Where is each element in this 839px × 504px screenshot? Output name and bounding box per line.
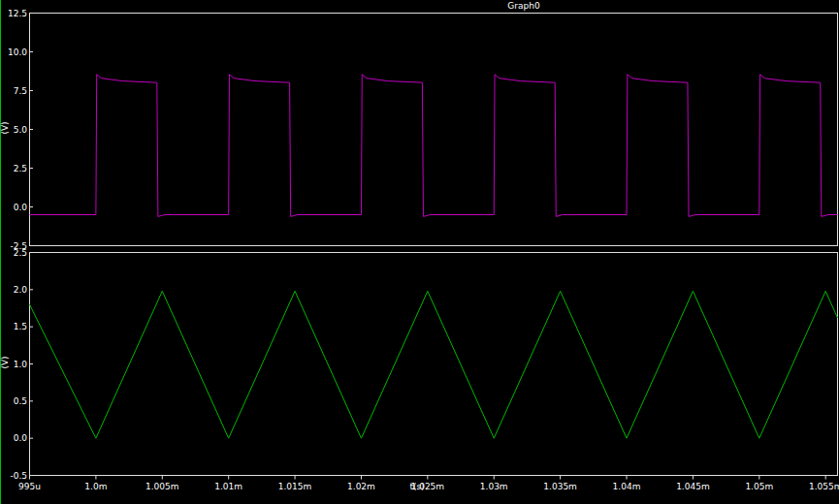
y-tick-label: 0.0 <box>4 433 27 443</box>
x-tick-label: 1.005m <box>133 482 191 491</box>
x-tick-label: 1.035m <box>532 482 590 491</box>
x-tick-label: 1.025m <box>399 482 457 491</box>
y-tick-label: 7.5 <box>4 86 27 96</box>
square-wave-plot[interactable] <box>29 13 838 246</box>
x-tick-label: 1.03m <box>465 482 523 491</box>
y-tick-label: 10.0 <box>4 47 27 57</box>
plot-frame <box>30 253 838 476</box>
plot-frame <box>30 14 838 246</box>
y-tick-label: 1.5 <box>4 322 27 331</box>
y-tick-label: 0.5 <box>4 396 27 406</box>
triangle-wave-output-trace <box>30 291 838 438</box>
square-wave-output-trace <box>30 75 838 217</box>
y-tick-label: 5.0 <box>4 125 27 135</box>
x-tick-label: 1.0m <box>67 482 125 491</box>
x-tick-label: 1.045m <box>663 482 722 491</box>
x-tick-label: 1.05m <box>730 482 789 491</box>
x-tick-label: 1.02m <box>332 482 390 491</box>
graph-title: Graph0 <box>490 1 558 11</box>
x-tick-label: 1.055m <box>796 482 839 491</box>
y-tick-label: 2.5 <box>4 248 27 258</box>
y-tick-label: 12.5 <box>4 9 27 18</box>
window-border <box>0 0 1 504</box>
x-tick-label: 1.015m <box>266 482 324 491</box>
y-tick-label: 1.0 <box>4 360 27 369</box>
x-tick-label: 1.01m <box>200 482 258 491</box>
triangle-wave-plot[interactable] <box>29 252 838 482</box>
y-tick-label: -0.5 <box>4 471 27 481</box>
y-tick-label: 0.0 <box>4 203 27 212</box>
x-tick-label: 995u <box>1 482 59 491</box>
graph-window: Graph0 (V) (V) t(s) 12.510.07.55.02.50.0… <box>0 0 839 504</box>
x-tick-label: 1.04m <box>597 482 656 491</box>
y-tick-label: 2.0 <box>4 285 27 295</box>
y-tick-label: 2.5 <box>4 164 27 173</box>
